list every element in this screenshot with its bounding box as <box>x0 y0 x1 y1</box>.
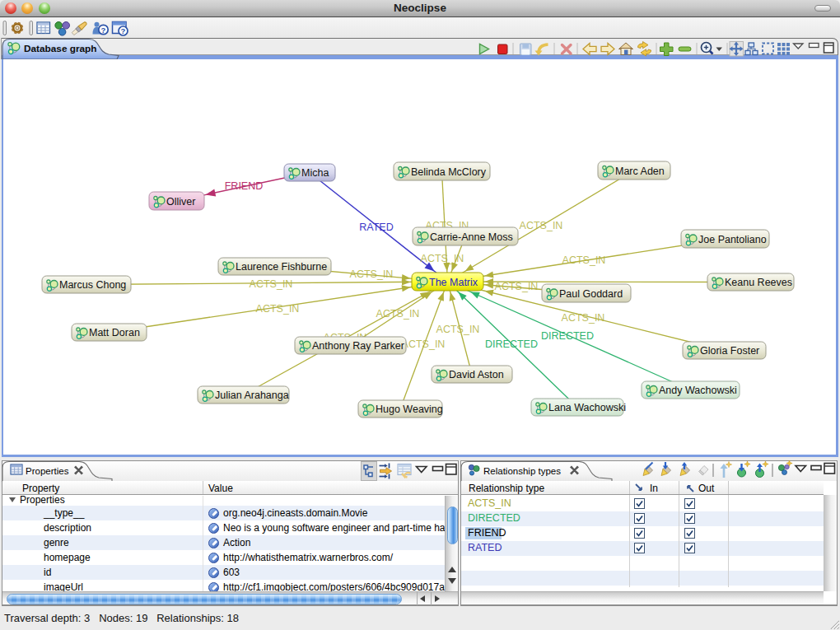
svg-text:ACTS_IN: ACTS_IN <box>495 281 539 292</box>
svg-text:Gloria Foster: Gloria Foster <box>700 345 759 357</box>
svg-text:ACTS_IN: ACTS_IN <box>402 338 446 350</box>
svg-text:David Aston: David Aston <box>449 369 504 380</box>
svg-text:ACTS_IN: ACTS_IN <box>256 303 300 315</box>
svg-text:Keanu Reeves: Keanu Reeves <box>725 277 792 288</box>
svg-text:Properties: Properties <box>26 466 69 476</box>
svg-text:Lana Wachowski: Lana Wachowski <box>548 402 626 413</box>
svg-text:Laurence Fishburne: Laurence Fishburne <box>236 261 327 273</box>
svg-text:ACTS_IN: ACTS_IN <box>350 268 394 280</box>
svg-text:ACTS_IN: ACTS_IN <box>520 220 563 231</box>
svg-text:Belinda McClory: Belinda McClory <box>411 166 487 178</box>
svg-text:Joe Pantoliano: Joe Pantoliano <box>698 234 767 245</box>
svg-text:Marc Aden: Marc Aden <box>615 166 665 177</box>
svg-text:ACTS_IN: ACTS_IN <box>436 324 480 335</box>
svg-text:Micha: Micha <box>301 167 329 179</box>
svg-text:DIRECTED: DIRECTED <box>541 330 594 342</box>
svg-text:Carrie-Anne Moss: Carrie-Anne Moss <box>430 231 513 243</box>
svg-text:Julian Arahanga: Julian Arahanga <box>215 390 289 401</box>
svg-text:The Matrix: The Matrix <box>429 277 478 288</box>
svg-text:ACTS_IN: ACTS_IN <box>250 278 293 290</box>
svg-text:Hugo Weaving: Hugo Weaving <box>376 404 443 415</box>
svg-text:ACTS_IN: ACTS_IN <box>376 308 420 320</box>
svg-text:RATED: RATED <box>359 222 393 233</box>
svg-text:Relationship types: Relationship types <box>483 466 561 476</box>
svg-text:Paul Goddard: Paul Goddard <box>559 288 623 300</box>
svg-text:ACTS_IN: ACTS_IN <box>421 253 464 264</box>
svg-text:?: ? <box>121 26 126 35</box>
svg-text:Andy Wachowski: Andy Wachowski <box>659 385 737 396</box>
svg-text:Olliver: Olliver <box>166 196 195 208</box>
svg-text:Anthony Ray Parker: Anthony Ray Parker <box>312 340 404 352</box>
svg-text:Matt Doran: Matt Doran <box>89 327 140 338</box>
svg-text:Database graph: Database graph <box>24 43 97 54</box>
svg-text:ACTS_IN: ACTS_IN <box>562 312 605 324</box>
svg-text:ACTS_IN: ACTS_IN <box>562 254 606 266</box>
svg-text:?: ? <box>101 26 106 35</box>
svg-text:Marcus Chong: Marcus Chong <box>59 279 126 291</box>
svg-text:FRIEND: FRIEND <box>225 180 264 192</box>
svg-text:DIRECTED: DIRECTED <box>485 338 538 350</box>
